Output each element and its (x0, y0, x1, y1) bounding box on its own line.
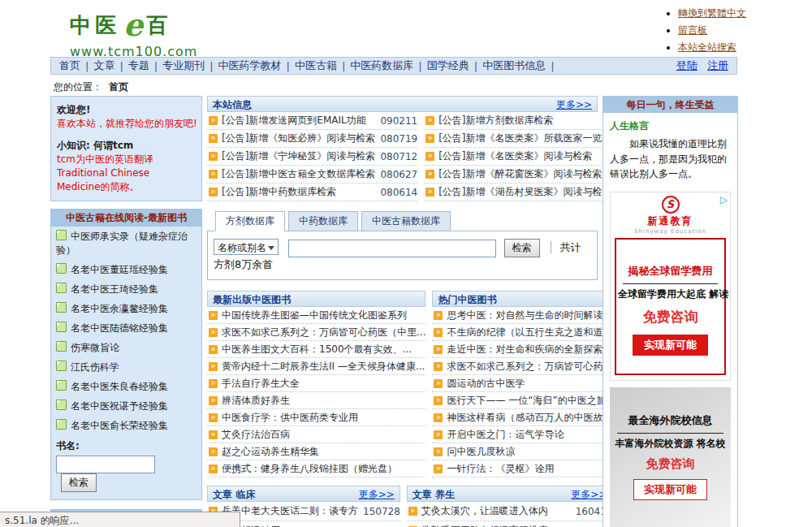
book-icon (56, 283, 67, 293)
double-arrow-icon (434, 379, 443, 388)
book-icon (56, 380, 67, 391)
book-item[interactable]: 黄帝内经十二时辰养生法II —全天候身体健康... (207, 358, 425, 375)
book-list-item[interactable]: 江氏伤科学 (51, 357, 201, 377)
db-search-input[interactable] (288, 240, 496, 257)
book-item[interactable]: 中医食疗学：供中医药类专业用 (207, 409, 425, 426)
book-item[interactable]: 便携式：健身养生八段锦挂图（赠光盘） (207, 460, 425, 477)
book-search-button[interactable]: 检索 (61, 473, 97, 492)
ad-action-button[interactable]: 实现新可能 (633, 335, 708, 356)
ad-headline: 揭秘全球留学费用 (618, 264, 723, 279)
nav-item[interactable]: 中医药数据库 (350, 58, 413, 73)
announcement-item[interactable]: [公告]新增发送网页到EMAIL功能 090211 (207, 112, 417, 130)
double-arrow-icon (209, 311, 218, 320)
breadcrumb: 您的位置：首页 (54, 80, 128, 94)
book-list-item[interactable]: 名老中医董廷瑶经验集 (51, 260, 201, 279)
announcement-text: [公告]新增《知医必辨》阅读与检索 (222, 132, 375, 145)
health-more-link[interactable]: 更多>> (571, 486, 607, 501)
nav-item[interactable]: 中医古籍 (295, 58, 337, 73)
nav-item[interactable]: 国学经典 (427, 58, 469, 73)
announcement-item[interactable]: [公告]新增中药数据库检索 080614 (207, 184, 417, 201)
clinical-articles-title: 文章 临床 (213, 486, 255, 501)
nav-item[interactable]: 专业期刊 (162, 58, 205, 73)
book-item[interactable]: 中医养生图文大百科：1500个最有实效、... (207, 341, 425, 358)
book-list-item[interactable]: 中医师承实录（疑难杂症治验） (51, 227, 201, 260)
book-list-item[interactable]: 名老中医陆德铭经验集 (51, 318, 201, 338)
health-articles-panel: 文章 养生 更多>> 艾灸太溪穴，让温暖进入体内 160410 (407, 486, 613, 527)
hot-books-title: 热门中医图书 (438, 292, 496, 306)
book-name-input[interactable] (56, 456, 155, 473)
health-articles-title: 文章 养生 (412, 486, 455, 501)
book-item[interactable]: 求医不如求己系列之：万病皆可心药医（中里... (207, 324, 425, 341)
book-list-item[interactable]: 名老中医王琦经验集 (51, 279, 201, 299)
book-name-label: 书名: (56, 439, 197, 453)
book-list-item-label: 名老中医余瀛鳌经验集 (71, 303, 168, 314)
book-item[interactable]: 艾灸疗法治百病 (207, 426, 425, 443)
announcement-item[interactable]: [公告]新增《宁坤秘笈》阅读与检索 080712 (207, 148, 417, 166)
double-arrow-icon (209, 379, 218, 388)
database-tabs: 方剂数据库 中药数据库 中医古籍数据库 (207, 211, 598, 231)
book-list-item[interactable]: 名老中医俞长荣经验集 (51, 416, 201, 435)
announcement-text: [公告]新增中医古籍全文数据库检索 (222, 167, 375, 181)
ad-divider (623, 283, 717, 284)
announcement-text: [公告]新增《名医类案》所载医家一览表 (438, 132, 611, 145)
overseas-schools-ad[interactable]: 最全海外院校信息 丰富海外院校资源 将名校 免费咨询 实现新可能 (610, 387, 731, 527)
register-link[interactable]: 注册 (707, 59, 728, 71)
article-title: 常敲手三里助白领远离颈椎病 (421, 524, 571, 527)
article-item[interactable]: 艾灸太溪穴，让温暖进入体内 160410 (407, 502, 613, 521)
book-item-title: 求医不如求己系列之：万病皆可心药医（中里... (222, 326, 425, 339)
nav-item[interactable]: 中医图书信息 (482, 58, 546, 73)
article-title: 岳美中老大夫医话二则：谈专方 (222, 504, 358, 518)
ancient-books-title: 中医古籍在线阅读-最新图书 (51, 210, 201, 227)
double-arrow-icon (434, 413, 443, 422)
book-item[interactable]: 赵之心运动养生精华集 (207, 443, 425, 460)
nav-item[interactable]: 文章 (93, 58, 114, 73)
ad-action-button[interactable]: 实现新可能 (633, 479, 707, 500)
quick-link[interactable]: 轉換到繁體中文 (678, 7, 746, 19)
double-arrow-icon (434, 464, 443, 473)
nav-item[interactable]: 首页 (59, 58, 80, 73)
site-logo[interactable]: 中医e百 www.tcm100.com (70, 6, 197, 59)
breadcrumb-current[interactable]: 首页 (109, 81, 128, 93)
announcement-item[interactable]: [公告]新增《知医必辨》阅读与检索 080719 (207, 130, 417, 148)
book-icon (56, 230, 67, 240)
book-list-item[interactable]: 名老中医余瀛鳌经验集 (51, 299, 201, 318)
new-books-list: 中国传统养生图鉴—中国传统文化图鉴系列 求医不如求己系列之：万病皆可心药医（中里… (207, 307, 425, 477)
tab-herb-database[interactable]: 中药数据库 (288, 211, 358, 231)
db-search-button[interactable]: 检索 (504, 239, 540, 257)
tcm100-homepage: 中医e百 www.tcm100.com 轉換到繁體中文 留言板 本站全站搜索 首… (0, 0, 812, 527)
book-icon (56, 322, 67, 332)
login-link[interactable]: 登陆 (676, 59, 698, 71)
article-item[interactable]: 常敲手三里助白领远离颈椎病 160410 (407, 521, 613, 527)
book-item[interactable]: 中国传统养生图鉴—中国传统文化图鉴系列 (207, 307, 425, 324)
quick-link[interactable]: 本站全站搜索 (678, 41, 736, 53)
book-list-item[interactable]: 名老中医朱良春经验集 (51, 377, 201, 396)
ad-brand-name-en: Shinyway Education (611, 228, 730, 235)
ad-red-box: 揭秘全球留学费用 全球留学费用大起底 解读 免费咨询 实现新可能 (615, 238, 726, 375)
nav-item[interactable]: 中医药学教材 (218, 58, 282, 73)
double-arrow-icon (209, 134, 218, 143)
announcement-text: [公告]新增中药数据库检索 (222, 185, 375, 199)
tab-ancient-books-database[interactable]: 中医古籍数据库 (361, 211, 451, 231)
book-list-item-label: 名老中医祝谌予经验集 (71, 400, 168, 412)
announcement-item[interactable]: [公告]新增中医古籍全文数据库检索 080627 (207, 166, 417, 184)
book-list-item[interactable]: 伤寒微旨论 (51, 338, 201, 357)
book-item-title: 黄帝内经十二时辰养生法II —全天候身体健康... (222, 360, 425, 374)
book-item[interactable]: 辨清体质好养生 (207, 392, 425, 409)
book-list-item[interactable]: 名老中医祝谌予经验集 (51, 396, 201, 416)
book-item-title: 赵之心运动养生精华集 (222, 445, 425, 459)
tab-formula-database[interactable]: 方剂数据库 (215, 211, 285, 231)
site-info-more-link[interactable]: 更多>> (556, 97, 592, 111)
book-search: 书名: 检索 (51, 435, 201, 499)
ad-cta-text: 免费咨询 (618, 308, 723, 326)
book-item[interactable]: 手法自疗养生大全 (207, 375, 425, 392)
quote-text: 如果说我懂的道理比别人多一点，那是因为我犯的错误比别人多一点。 (603, 135, 737, 184)
quick-link[interactable]: 留言板 (678, 24, 707, 36)
study-abroad-ad[interactable]: ▷ S 新通教育 Shinyway Education 揭秘全球留学费用 全球留… (610, 192, 731, 381)
adchoices-icon[interactable]: ▷ (720, 194, 728, 205)
double-arrow-icon (209, 362, 218, 371)
db-search-field-select[interactable]: 名称或别名 (214, 239, 279, 255)
quick-link-item: 轉換到繁體中文 (678, 6, 746, 20)
nav-item[interactable]: 专题 (128, 58, 149, 73)
quick-link-item: 留言板 (678, 24, 746, 37)
clinical-more-link[interactable]: 更多>> (359, 486, 395, 501)
